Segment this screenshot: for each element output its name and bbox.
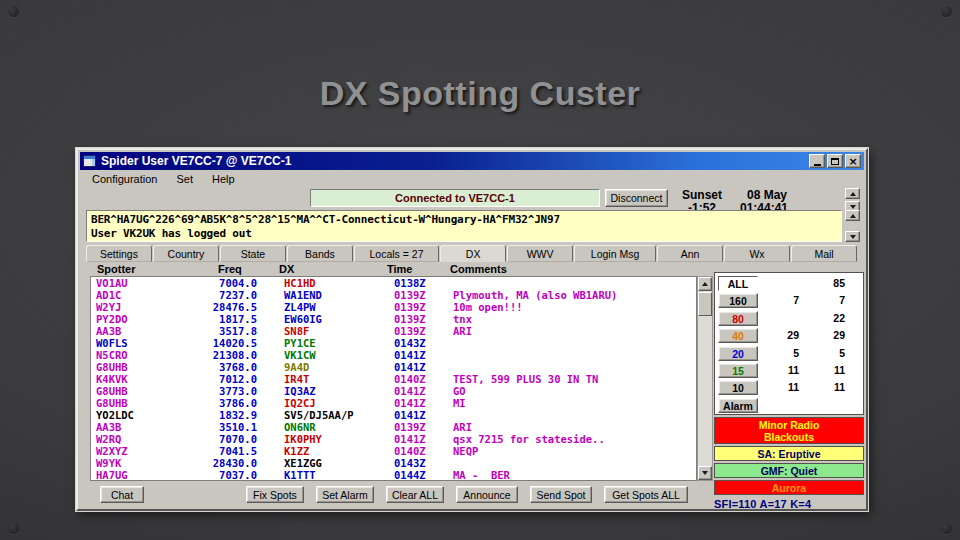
spot-row[interactable]: G8UHB3768.09A4D0141Z [91,361,696,373]
band-count-total: 29 [813,329,845,341]
alarm-button[interactable]: Alarm [718,398,758,413]
spot-row[interactable]: AA3B3510.1ON6NR0139ZARI [91,421,696,433]
disconnect-button[interactable]: Disconnect [605,189,668,207]
fix-spots-button[interactable]: Fix Spots [246,486,304,503]
geomagnetic-field-box: GMF: Quiet [714,463,864,478]
menu-bar: Configuration Set Help [80,171,864,187]
band-count-total: 5 [813,347,845,359]
solar-activity-text: SA: Eruptive [757,448,820,460]
spot-time: 0144Z [394,469,426,481]
set-alarm-button[interactable]: Set Alarm [316,486,374,503]
tab-state[interactable]: State [220,245,286,262]
spot-dx: SN8F [284,325,309,337]
spot-spotter: AA3B [96,325,121,337]
band-button-15[interactable]: 15 [718,363,758,378]
band-button-160[interactable]: 160 [718,293,758,308]
band-button-10[interactable]: 10 [718,380,758,395]
band-count-total: 11 [813,364,845,376]
spot-comment: qsx 7215 for stateside.. [453,433,605,445]
bottom-toolbar: ChatFix SpotsSet AlarmClear ALLAnnounceS… [78,486,714,503]
up-arrow-icon [850,192,856,196]
alerts-scrollbar[interactable] [845,210,860,242]
tab-locals-27[interactable]: Locals = 27 [354,245,439,262]
spot-spotter: YO2LDC [96,409,134,421]
send-spot-button[interactable]: Send Spot [530,486,592,503]
spot-spotter: HA7UG [96,469,128,481]
up-arrow-icon [850,214,856,218]
alerts-scroll-up-button[interactable] [845,210,860,221]
maximize-button[interactable] [827,154,843,168]
tab-bands[interactable]: Bands [287,245,353,262]
app-icon [83,155,96,167]
announce-button[interactable]: Announce [456,486,518,503]
scrollbar-thumb[interactable] [698,292,712,316]
spot-list-scrollbar[interactable] [697,276,713,481]
menu-configuration[interactable]: Configuration [92,173,157,185]
spot-freq: 3517.8 [149,325,257,337]
tab-bar: SettingsCountryStateBandsLocals = 27DXWW… [86,245,858,262]
tab-wx[interactable]: Wx [724,245,790,262]
spot-row[interactable]: W0FLS14020.5PY1CE0143Z [91,337,696,349]
tab-settings[interactable]: Settings [86,245,152,262]
spot-time: 0141Z [394,361,426,373]
spot-row[interactable]: G8UHB3786.0IQ2CJ0141ZMI [91,397,696,409]
tab-dx[interactable]: DX [440,245,506,262]
close-icon: × [848,156,857,167]
spot-time: 0143Z [394,457,426,469]
spot-spotter: PY2DO [96,313,128,325]
tab-country[interactable]: Country [153,245,219,262]
spot-freq: 1832.9 [149,409,257,421]
up-arrow-icon [702,282,708,286]
window-controls: × [809,154,861,168]
band-button-20[interactable]: 20 [718,346,758,361]
spot-dx: IR4T [284,373,309,385]
band-button-all[interactable]: ALL [718,276,758,291]
spot-comment: GO [453,385,466,397]
spot-row[interactable]: W2RQ7070.0IK0PHY0141Zqsx 7215 for states… [91,433,696,445]
spot-row[interactable]: G8UHB3773.0IQ3AZ0141ZGO [91,385,696,397]
spot-row[interactable]: AD1C7237.0WA1END0139ZPlymouth, MA (also … [91,289,696,301]
spot-row[interactable]: W2YJ28476.5ZL4PW0139Z10m open!!! [91,301,696,313]
tab-mail[interactable]: Mail [791,245,857,262]
tab-wwv[interactable]: WWV [507,245,573,262]
spinner-up-button[interactable] [845,188,860,199]
spot-row[interactable]: N5CRO21308.0VK1CW0141Z [91,349,696,361]
spot-freq: 7041.5 [149,445,257,457]
spot-freq: 7237.0 [149,289,257,301]
spot-dx: XE1ZGG [284,457,322,469]
spot-comment: MI [453,397,466,409]
window-titlebar[interactable]: Spider User VE7CC-7 @ VE7CC-1 × [80,152,864,170]
band-button-80[interactable]: 80 [718,311,758,326]
clear-all-button[interactable]: Clear ALL [386,486,444,503]
alerts-scroll-down-button[interactable] [845,231,860,242]
band-panel: ALL851607780224029292055151111101111Alar… [714,272,864,510]
slide-title: DX Spotting Custer [0,74,960,113]
spot-time: 0138Z [394,277,426,289]
tab-login-msg[interactable]: Login Msg [574,245,656,262]
spot-row[interactable]: W2XYZ7041.5K1ZZ0140ZNEQP [91,445,696,457]
scroll-down-button[interactable] [698,466,712,480]
sunset-label: Sunset [682,188,722,202]
spot-spotter: N5CRO [96,349,128,361]
spot-row[interactable]: K4KVK7012.0IR4T0140ZTEST, 599 PLUS 30 IN… [91,373,696,385]
tab-ann[interactable]: Ann [657,245,723,262]
time-spinner [845,188,860,212]
menu-set[interactable]: Set [176,173,193,185]
spot-row[interactable]: W9YK28430.0XE1ZGG0143Z [91,457,696,469]
chat-button[interactable]: Chat [100,486,144,503]
close-button[interactable]: × [845,154,861,168]
band-button-40[interactable]: 40 [718,328,758,343]
get-spots-all-button[interactable]: Get Spots ALL [604,486,688,503]
spot-row[interactable]: PY2DO1817.5EW60IG0139Ztnx [91,313,696,325]
spot-freq: 21308.0 [149,349,257,361]
spot-row[interactable]: HA7UG7037.0K1TTT0144ZMA - BER [91,469,696,481]
solar-indices: SFI=110 A=17 K=4 [714,498,864,510]
spot-spotter: W2RQ [96,433,121,445]
spot-time: 0140Z [394,373,426,385]
scroll-up-button[interactable] [698,277,712,291]
spot-row[interactable]: AA3B3517.8SN8F0139ZARI [91,325,696,337]
menu-help[interactable]: Help [212,173,235,185]
spot-row[interactable]: VO1AU7004.0HC1HD0138Z [91,277,696,289]
minimize-button[interactable] [809,154,825,168]
spot-row[interactable]: YO2LDC1832.9SV5/DJ5AA/P0141Z [91,409,696,421]
